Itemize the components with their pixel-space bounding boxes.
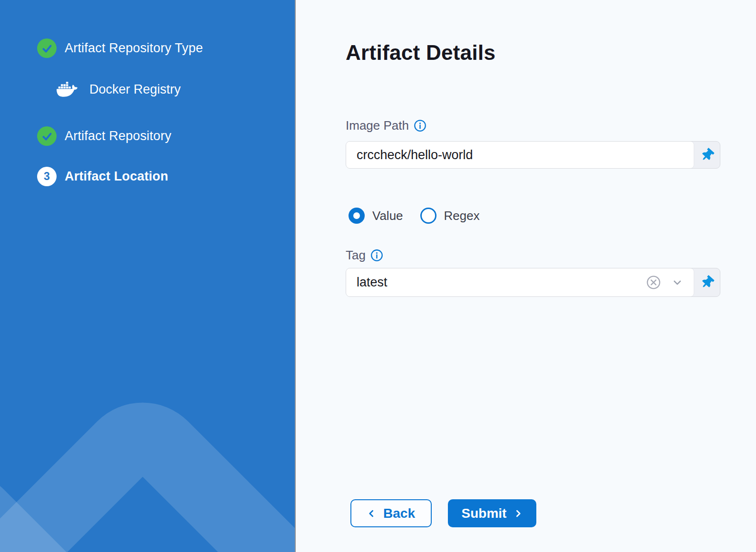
step-label: Artifact Repository (65, 129, 171, 143)
submit-button[interactable]: Submit (448, 499, 536, 527)
image-path-label-row: Image Path (346, 118, 426, 133)
info-circle-icon[interactable] (414, 119, 426, 132)
radio-label: Value (372, 209, 403, 223)
tag-label-row: Tag (346, 248, 383, 263)
substep-label: Docker Registry (89, 82, 181, 97)
image-path-input-group (346, 141, 720, 169)
image-path-field-wrap (346, 141, 694, 169)
sidebar-step-artifact-location[interactable]: 3 Artifact Location (37, 167, 168, 186)
back-button[interactable]: Back (350, 499, 432, 527)
sidebar-step-artifact-repository[interactable]: Artifact Repository (37, 126, 171, 146)
image-path-input[interactable] (357, 148, 683, 162)
step-complete-check-icon (37, 38, 57, 58)
chevron-down-icon[interactable] (671, 276, 683, 288)
radio-unselected-icon[interactable] (420, 208, 436, 224)
docker-whale-icon (53, 79, 81, 100)
harness-watermark-logo (0, 376, 296, 552)
tag-input[interactable] (357, 275, 636, 290)
sidebar-substep-docker-registry[interactable]: Docker Registry (53, 79, 181, 100)
step-label: Artifact Location (65, 169, 168, 184)
submit-button-label: Submit (462, 506, 507, 521)
tag-field-wrap (346, 268, 694, 297)
back-button-label: Back (383, 506, 415, 521)
radio-value[interactable]: Value (349, 208, 403, 224)
wizard-actions: Back Submit (350, 499, 536, 527)
artifact-wizard-window: Artifact Repository Type Docker Registry… (0, 0, 756, 552)
step-complete-check-icon (37, 126, 57, 146)
match-type-radio-group: Value Regex (349, 208, 480, 224)
image-path-label: Image Path (346, 118, 409, 133)
pushpin-icon[interactable] (694, 142, 720, 168)
clear-circle-icon[interactable] (646, 275, 661, 290)
step-label: Artifact Repository Type (65, 41, 203, 56)
radio-label: Regex (444, 209, 480, 223)
chevron-left-icon (367, 508, 377, 519)
pushpin-icon[interactable] (694, 268, 720, 296)
wizard-sidebar: Artifact Repository Type Docker Registry… (0, 0, 296, 552)
sidebar-step-artifact-repository-type[interactable]: Artifact Repository Type (37, 38, 203, 58)
step-number-badge: 3 (37, 167, 57, 186)
info-circle-icon[interactable] (370, 249, 383, 262)
tag-label: Tag (346, 248, 366, 263)
radio-selected-icon[interactable] (349, 208, 365, 224)
radio-regex[interactable]: Regex (420, 208, 480, 224)
tag-input-group (346, 268, 720, 297)
page-title: Artifact Details (346, 41, 495, 65)
chevron-right-icon (513, 508, 523, 519)
